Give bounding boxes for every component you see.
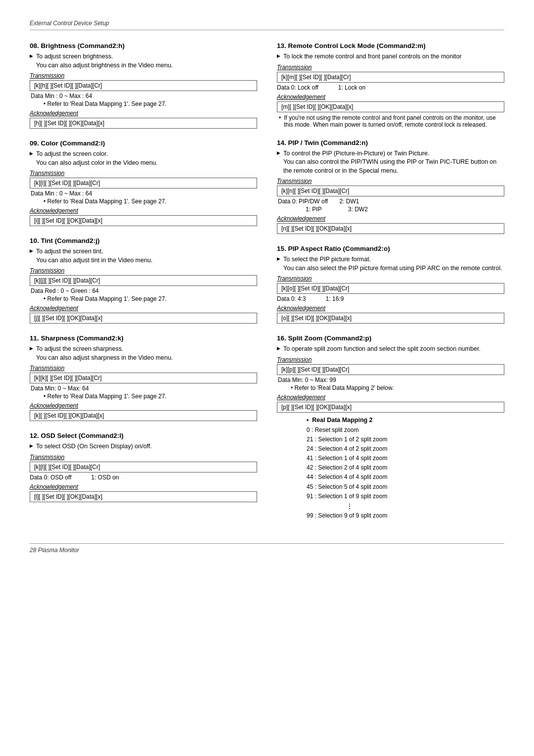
section-09-ack-code: [i][ ][Set ID][ ][OK][Data][x] [30, 215, 257, 226]
section-13-intro: To lock the remote control and front pan… [277, 52, 504, 61]
section-08-transmission-label: Transmission [30, 72, 257, 79]
section-13-transmission-label: Transmission [277, 64, 504, 71]
rdm-item-0: 0 : Reset split zoom [307, 425, 504, 435]
section-08-ack-label: Acknowledgement [30, 110, 257, 117]
section-14-data-line: Data 0: PIP/DW off 2: DW1 [277, 198, 504, 205]
section-09-intro: To adjust the screen color.You can also … [30, 150, 257, 167]
section-10-transmission-code: [k][j][ ][Set ID][ ][Data][Cr] [30, 275, 257, 286]
section-14-intro: To control the PIP (Picture-in-Picture) … [277, 149, 504, 176]
section-16-ack-code: [p][ ][Set ID][ ][OK][Data][x] [277, 402, 504, 413]
section-11-data-bullet: Refer to 'Real Data Mapping 1'. See page… [30, 393, 257, 400]
section-12-transmission-code: [k][l][ ][Set ID][ ][Data][Cr] [30, 462, 257, 472]
section-13-note: If you're not using the remote control a… [277, 114, 504, 128]
rdm-item-8: 99 : Selection 9 of 9 split zoom [307, 511, 504, 520]
rdm-item-4: 42 : Selection 2 of 4 split zoom [307, 463, 504, 472]
section-15-ack-code: [o][ ][Set ID][ ][OK][Data][x] [277, 313, 504, 324]
section-13-ack-label: Acknowledgement [277, 94, 504, 100]
section-13-data-cols: Data 0: Lock off 1: Lock on [277, 84, 504, 91]
section-13-ack-code: [m][ ][Set ID][ ][OK][Data][x] [277, 101, 504, 112]
section-13-data-col-1: 1: Lock on [338, 84, 365, 91]
section-12-ack-label: Acknowledgement [30, 483, 257, 490]
section-09-data-line: Data Min : 0 ~ Max : 64 [30, 190, 257, 197]
section-14-data-sub: 1: PIP 3: DW2 [277, 206, 504, 213]
section-11-ack-code: [k][ ][Set ID][ ][OK][Data][x] [30, 410, 257, 421]
section-15-transmission-code: [k][o][ ][Set ID][ ][Data][Cr] [277, 283, 504, 294]
section-16-data-line: Data Min: 0 ~ Max: 99 [277, 377, 504, 383]
section-14: 14. PIP / Twin (Command2:n) To control t… [277, 139, 504, 235]
section-12-ack-code: [l][ ][Set ID][ ][OK][Data][x] [30, 491, 257, 502]
section-08-intro: To adjust screen brightness.You can also… [30, 52, 257, 70]
section-11-transmission-label: Transmission [30, 365, 257, 372]
ellipsis: ⋮ [307, 502, 504, 510]
section-15: 15. PIP Aspect Ratio (Command2:o) To sel… [277, 245, 504, 324]
section-15-ack-label: Acknowledgement [277, 305, 504, 312]
page-footer: 28 Plasma Monitor [30, 543, 504, 554]
section-09-transmission-code: [k][i][ ][Set ID][ ][Data][Cr] [30, 178, 257, 189]
section-09-title: 09. Color (Command2:i) [30, 140, 257, 147]
main-content: 08. Brightness (Command2:h) To adjust sc… [30, 42, 504, 531]
section-08-ack-code: [h][ ][Set ID][ ][OK][Data][x] [30, 118, 257, 129]
rdm-item-5: 44 : Selection 4 of 4 split zoom [307, 472, 504, 482]
section-15-data-cols: Data 0: 4:3 1: 16:9 [277, 295, 504, 302]
right-column: 13. Remote Control Lock Mode (Command2:m… [277, 42, 504, 531]
section-13-data-col-0: Data 0: Lock off [277, 84, 318, 91]
page: External Control Device Setup 08. Bright… [0, 0, 534, 756]
section-15-data-col-0: Data 0: 4:3 [277, 295, 306, 302]
section-11-data-line: Data Min: 0 ~ Max: 64 [30, 385, 257, 392]
section-09-data-bullet: Refer to 'Real Data Mapping 1'. See page… [30, 198, 257, 205]
section-11-intro: To adjust the screen sharpness.You can a… [30, 345, 257, 362]
section-13-title: 13. Remote Control Lock Mode (Command2:m… [277, 42, 504, 49]
rdm-item-3: 41 : Selection 1 of 4 split zoom [307, 454, 504, 463]
section-13-transmission-code: [k][m][ ][Set ID][ ][Data][Cr] [277, 72, 504, 83]
section-14-ack-label: Acknowledgement [277, 215, 504, 222]
section-10-ack-label: Acknowledgement [30, 305, 257, 312]
header-text: External Control Device Setup [30, 20, 109, 27]
section-10-intro: To adjust the screen tint.You can also a… [30, 247, 257, 265]
section-10-transmission-label: Transmission [30, 267, 257, 274]
section-13: 13. Remote Control Lock Mode (Command2:m… [277, 42, 504, 128]
section-16-title: 16. Split Zoom (Command2:p) [277, 334, 504, 342]
section-10-data-line: Data Red : 0 ~ Green : 64 [30, 287, 257, 294]
section-10: 10. Tint (Command2:j) To adjust the scre… [30, 237, 257, 324]
section-14-transmission-label: Transmission [277, 178, 504, 185]
section-09-transmission-label: Transmission [30, 170, 257, 177]
section-10-ack-code: [j][ ][Set ID][ ][OK][Data][x] [30, 313, 257, 324]
section-12-data-col-0: Data 0: OSD off [30, 474, 72, 481]
section-16-transmission-label: Transmission [277, 356, 504, 363]
section-12: 12. OSD Select (Command2:l) To select OS… [30, 432, 257, 502]
section-15-data-col-1: 1: 16:9 [326, 295, 344, 302]
section-11: 11. Sharpness (Command2:k) To adjust the… [30, 334, 257, 421]
section-11-title: 11. Sharpness (Command2:k) [30, 334, 257, 342]
section-08-data-bullet: Refer to 'Real Data Mapping 1'. See page… [30, 100, 257, 107]
section-16-data-bullet: Refer to 'Real Data Mapping 2' below. [277, 384, 504, 391]
section-08-data-line: Data Min : 0 ~ Max : 64 [30, 93, 257, 99]
section-16: 16. Split Zoom (Command2:p) To operate s… [277, 334, 504, 520]
section-12-transmission-label: Transmission [30, 454, 257, 461]
rdm-item-7: 91 : Selection 1 of 9 split zoom [307, 492, 504, 501]
section-09-ack-label: Acknowledgement [30, 207, 257, 214]
real-data-mapping-2: • Real Data Mapping 2 0 : Reset split zo… [277, 417, 504, 521]
page-header: External Control Device Setup [30, 20, 504, 30]
section-15-intro: To select the PIP picture format.You can… [277, 255, 504, 273]
section-08: 08. Brightness (Command2:h) To adjust sc… [30, 42, 257, 129]
section-12-data-col-1: 1: OSD on [91, 474, 119, 481]
section-12-title: 12. OSD Select (Command2:l) [30, 432, 257, 439]
section-14-title: 14. PIP / Twin (Command2:n) [277, 139, 504, 146]
section-16-intro: To operate split zoom function and selec… [277, 345, 504, 354]
section-08-transmission-code: [k][h][ ][Set ID][ ][Data][Cr] [30, 80, 257, 91]
section-10-data-bullet: Refer to 'Real Data Mapping 1'. See page… [30, 295, 257, 302]
section-08-title: 08. Brightness (Command2:h) [30, 42, 257, 49]
section-12-data-cols: Data 0: OSD off 1: OSD on [30, 474, 257, 481]
rdm-title: • Real Data Mapping 2 [307, 417, 504, 424]
section-09: 09. Color (Command2:i) To adjust the scr… [30, 140, 257, 226]
section-11-ack-label: Acknowledgement [30, 402, 257, 409]
section-14-transmission-code: [k][n][ ][Set ID][ ][Data][Cr] [277, 186, 504, 196]
section-12-intro: To select OSD (On Screen Display) on/off… [30, 442, 257, 451]
section-11-transmission-code: [k][k][ ][Set ID][ ][Data][Cr] [30, 373, 257, 383]
section-15-transmission-label: Transmission [277, 275, 504, 282]
rdm-item-1: 21 : Selection 1 of 2 split zoom [307, 435, 504, 444]
rdm-item-2: 24 : Selection 4 of 2 split zoom [307, 444, 504, 454]
section-16-transmission-code: [k][p][ ][Set ID][ ][Data][Cr] [277, 364, 504, 375]
section-10-title: 10. Tint (Command2:j) [30, 237, 257, 244]
section-14-ack-code: [n][ ][Set ID][ ][OK][Data][x] [277, 223, 504, 234]
